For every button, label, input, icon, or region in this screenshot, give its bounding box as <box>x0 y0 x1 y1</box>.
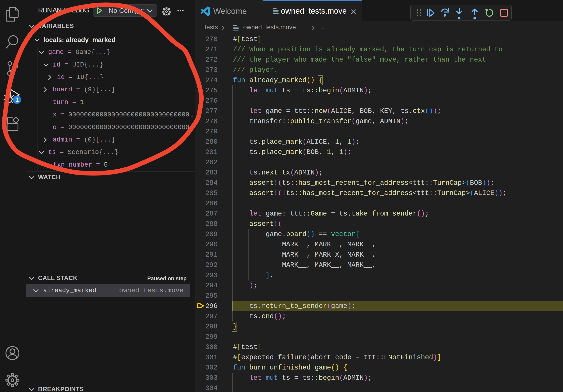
svg-text:1: 1 <box>15 96 19 103</box>
